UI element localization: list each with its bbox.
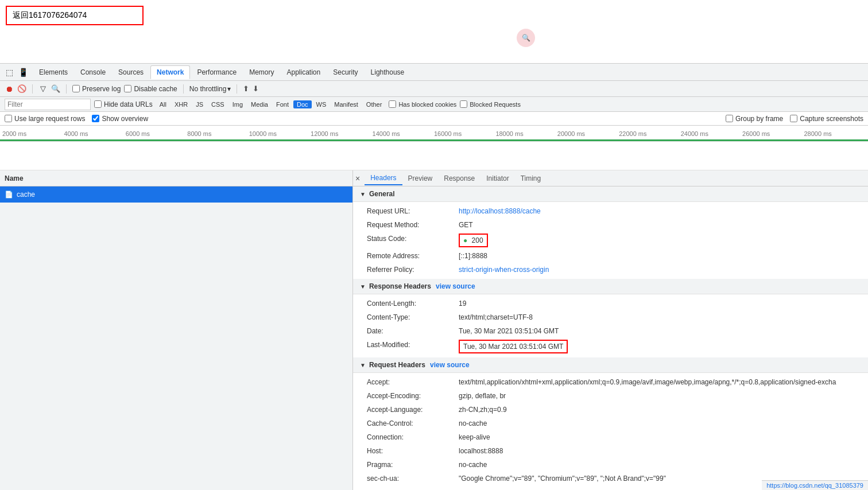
request-method-key: Request Method: <box>367 220 459 230</box>
accept-encoding-row: Accept-Encoding: gzip, deflate, br <box>353 389 868 403</box>
preserve-log-checkbox[interactable]: Preserve log <box>72 85 121 93</box>
request-headers-view-source[interactable]: view source <box>430 361 470 369</box>
tab-elements[interactable]: Elements <box>33 66 73 79</box>
accept-language-key: Accept-Language: <box>367 405 459 415</box>
general-section-title: General <box>369 190 395 198</box>
hide-data-urls-checkbox[interactable]: Hide data URLs <box>94 100 153 108</box>
tab-security[interactable]: Security <box>327 66 363 79</box>
content-length-row: Content-Length: 19 <box>353 297 868 310</box>
filter-other[interactable]: Other <box>363 100 386 108</box>
clear-button[interactable]: 🚫 <box>17 84 26 94</box>
inspect-icon[interactable]: ⬚ <box>5 68 14 77</box>
detail-tab-timing[interactable]: Timing <box>515 172 547 185</box>
timeline-label-5: 12000 ms <box>311 130 372 137</box>
filter-js[interactable]: JS <box>192 100 207 108</box>
disable-cache-checkbox[interactable]: Disable cache <box>124 85 177 93</box>
request-url-key: Request URL: <box>367 206 459 216</box>
content-type-key: Content-Type: <box>367 312 459 322</box>
search-floating-button[interactable]: 🔍 <box>517 29 535 47</box>
throttling-dropdown[interactable]: No throttling ▾ <box>189 85 231 93</box>
tab-network[interactable]: Network <box>150 65 190 79</box>
last-modified-row: Last-Modified: Tue, 30 Mar 2021 03:51:04… <box>353 338 868 355</box>
timeline-label-3: 8000 ms <box>187 130 249 137</box>
has-blocked-cookies-checkbox[interactable]: Has blocked cookies <box>389 100 456 108</box>
filter-img[interactable]: Img <box>229 100 246 108</box>
main-content: Name 📄 cache × Headers Preview Response … <box>0 170 868 490</box>
general-rows: Request URL: http://localhost:8888/cache… <box>353 202 868 279</box>
cache-control-key: Cache-Control: <box>367 418 459 429</box>
has-blocked-cookies-input[interactable] <box>389 100 396 108</box>
filter-doc[interactable]: Doc <box>293 100 312 108</box>
filter-all[interactable]: All <box>156 100 170 108</box>
show-overview-checkbox[interactable]: Show overview <box>92 115 148 123</box>
hide-data-urls-input[interactable] <box>94 100 102 108</box>
accept-row: Accept: text/html,application/xhtml+xml,… <box>353 375 868 389</box>
tab-console[interactable]: Console <box>75 66 111 79</box>
accept-encoding-key: Accept-Encoding: <box>367 391 459 401</box>
accept-language-row: Accept-Language: zh-CN,zh;q=0.9 <box>353 403 868 417</box>
filter-row: Hide data URLs All XHR JS CSS Img Media … <box>0 97 868 112</box>
close-detail-button[interactable]: × <box>355 174 360 183</box>
request-headers-triangle-icon: ▼ <box>360 362 366 368</box>
group-by-frame-checkbox[interactable]: Group by frame <box>726 115 783 123</box>
record-button[interactable]: ⏺ <box>5 84 14 94</box>
tab-lighthouse[interactable]: Lighthouse <box>365 66 410 79</box>
remote-address-row: Remote Address: [::1]:8888 <box>353 249 868 263</box>
bottom-url-hint: https://blog.csdn.net/qq_31085379 <box>762 480 868 490</box>
timeline-label-8: 18000 ms <box>495 130 557 137</box>
detail-tab-preview[interactable]: Preview <box>402 172 439 185</box>
right-panel: × Headers Preview Response Initiator Tim… <box>353 170 868 490</box>
filter-css[interactable]: CSS <box>208 100 228 108</box>
preserve-log-input[interactable] <box>72 85 80 92</box>
general-section-header[interactable]: ▼ General <box>353 186 868 202</box>
tab-sources[interactable]: Sources <box>113 66 149 79</box>
detail-tab-headers[interactable]: Headers <box>365 172 402 185</box>
toolbar-separator-3 <box>183 84 184 94</box>
request-method-value: GET <box>459 220 854 230</box>
capture-screenshots-input[interactable] <box>790 115 797 122</box>
filter-manifest[interactable]: Manifest <box>331 100 362 108</box>
host-key: Host: <box>367 446 459 456</box>
mobile-icon[interactable]: 📱 <box>18 68 28 77</box>
request-headers-title: Request Headers <box>369 361 425 369</box>
timeline-labels: 2000 ms 4000 ms 6000 ms 8000 ms 10000 ms… <box>0 130 868 137</box>
status-code-dot: ● <box>463 236 467 244</box>
request-item-cache[interactable]: 📄 cache <box>0 186 352 203</box>
timeline-label-2: 6000 ms <box>126 130 187 137</box>
connection-value: keep-alive <box>459 432 854 442</box>
toolbar-row: ⏺ 🚫 ▽ 🔍 Preserve log Disable cache No th… <box>0 81 868 97</box>
show-overview-input[interactable] <box>92 115 99 122</box>
request-headers-section-header[interactable]: ▼ Request Headers view source <box>353 357 868 373</box>
response-headers-section-header[interactable]: ▼ Response Headers view source <box>353 279 868 294</box>
timeline-label-10: 22000 ms <box>619 130 680 137</box>
filter-input[interactable] <box>5 99 91 110</box>
disable-cache-input[interactable] <box>124 85 131 92</box>
response-headers-view-source[interactable]: view source <box>436 282 475 290</box>
response-headers-rows: Content-Length: 19 Content-Type: text/ht… <box>353 294 868 357</box>
capture-screenshots-checkbox[interactable]: Capture screenshots <box>790 115 863 123</box>
request-headers-rows: Accept: text/html,application/xhtml+xml,… <box>353 373 868 488</box>
search-requests-icon[interactable]: 🔍 <box>51 84 60 94</box>
group-by-frame-input[interactable] <box>726 115 733 122</box>
tab-application[interactable]: Application <box>281 66 326 79</box>
import-har-button[interactable]: ⬆ <box>243 84 249 93</box>
status-code-row: Status Code: ● 200 <box>353 232 868 249</box>
filter-icon[interactable]: ▽ <box>38 84 48 94</box>
filter-ws[interactable]: WS <box>313 100 330 108</box>
detail-tab-initiator[interactable]: Initiator <box>480 172 514 185</box>
filter-font[interactable]: Font <box>273 100 292 108</box>
blocked-requests-checkbox[interactable]: Blocked Requests <box>460 100 521 108</box>
detail-tab-response[interactable]: Response <box>438 172 480 185</box>
large-rows-checkbox[interactable]: Use large request rows <box>5 115 85 123</box>
pragma-key: Pragma: <box>367 460 459 470</box>
blocked-requests-input[interactable] <box>460 100 467 108</box>
large-rows-input[interactable] <box>5 115 12 122</box>
filter-xhr[interactable]: XHR <box>171 100 191 108</box>
tab-performance[interactable]: Performance <box>191 66 242 79</box>
tab-memory[interactable]: Memory <box>243 66 280 79</box>
filter-media[interactable]: Media <box>247 100 272 108</box>
accept-key: Accept: <box>367 377 459 387</box>
response-headers-title: Response Headers <box>369 282 431 290</box>
export-har-button[interactable]: ⬇ <box>253 84 259 93</box>
timeline-label-7: 16000 ms <box>434 130 495 137</box>
